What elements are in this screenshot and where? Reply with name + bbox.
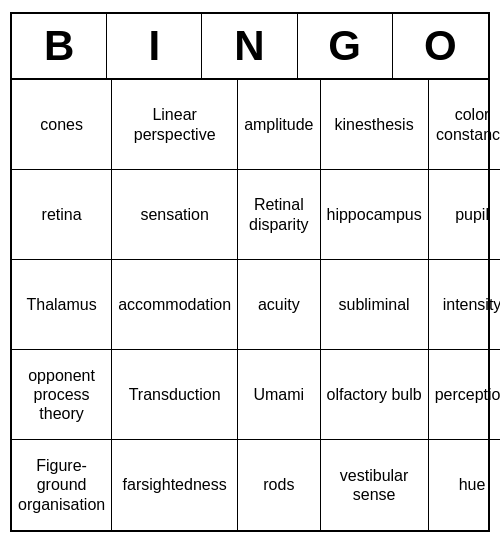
bingo-cell: Transduction (112, 350, 238, 440)
bingo-cell: retina (12, 170, 112, 260)
bingo-cell: perception (429, 350, 500, 440)
bingo-cell: hue (429, 440, 500, 530)
cell-text: accommodation (118, 295, 231, 314)
cell-text: kinesthesis (335, 115, 414, 134)
cell-text: Retinal disparity (244, 195, 313, 233)
bingo-cell: pupil (429, 170, 500, 260)
cell-text: cones (40, 115, 83, 134)
bingo-cell: vestibular sense (321, 440, 429, 530)
bingo-cell: intensity (429, 260, 500, 350)
bingo-cell: cones (12, 80, 112, 170)
cell-text: opponent process theory (18, 366, 105, 424)
cell-text: olfactory bulb (327, 385, 422, 404)
cell-text: intensity (443, 295, 500, 314)
bingo-cell: Figure-ground organisation (12, 440, 112, 530)
cell-text: amplitude (244, 115, 313, 134)
cell-text: farsightedness (123, 475, 227, 494)
bingo-cell: kinesthesis (321, 80, 429, 170)
cell-text: hue (459, 475, 486, 494)
header-letter: B (12, 14, 107, 78)
cell-text: perception (435, 385, 500, 404)
bingo-cell: acuity (238, 260, 320, 350)
bingo-cell: opponent process theory (12, 350, 112, 440)
bingo-grid: conesLinear perspectiveamplitudekinesthe… (12, 80, 488, 530)
header-letter: G (298, 14, 393, 78)
bingo-card: BINGO conesLinear perspectiveamplitudeki… (10, 12, 490, 532)
cell-text: Transduction (129, 385, 221, 404)
bingo-header: BINGO (12, 14, 488, 80)
bingo-cell: farsightedness (112, 440, 238, 530)
cell-text: retina (42, 205, 82, 224)
header-letter: N (202, 14, 297, 78)
cell-text: Thalamus (26, 295, 96, 314)
cell-text: rods (263, 475, 294, 494)
cell-text: subliminal (339, 295, 410, 314)
bingo-cell: rods (238, 440, 320, 530)
cell-text: Figure-ground organisation (18, 456, 105, 514)
header-letter: O (393, 14, 488, 78)
cell-text: vestibular sense (327, 466, 422, 504)
cell-text: hippocampus (327, 205, 422, 224)
bingo-cell: amplitude (238, 80, 320, 170)
bingo-cell: color constancy (429, 80, 500, 170)
cell-text: Linear perspective (118, 105, 231, 143)
bingo-cell: accommodation (112, 260, 238, 350)
header-letter: I (107, 14, 202, 78)
bingo-cell: Retinal disparity (238, 170, 320, 260)
bingo-cell: Umami (238, 350, 320, 440)
bingo-cell: hippocampus (321, 170, 429, 260)
cell-text: Umami (253, 385, 304, 404)
bingo-cell: Thalamus (12, 260, 112, 350)
bingo-cell: Linear perspective (112, 80, 238, 170)
cell-text: color constancy (435, 105, 500, 143)
cell-text: acuity (258, 295, 300, 314)
cell-text: sensation (140, 205, 209, 224)
cell-text: pupil (455, 205, 489, 224)
bingo-cell: olfactory bulb (321, 350, 429, 440)
bingo-cell: sensation (112, 170, 238, 260)
bingo-cell: subliminal (321, 260, 429, 350)
